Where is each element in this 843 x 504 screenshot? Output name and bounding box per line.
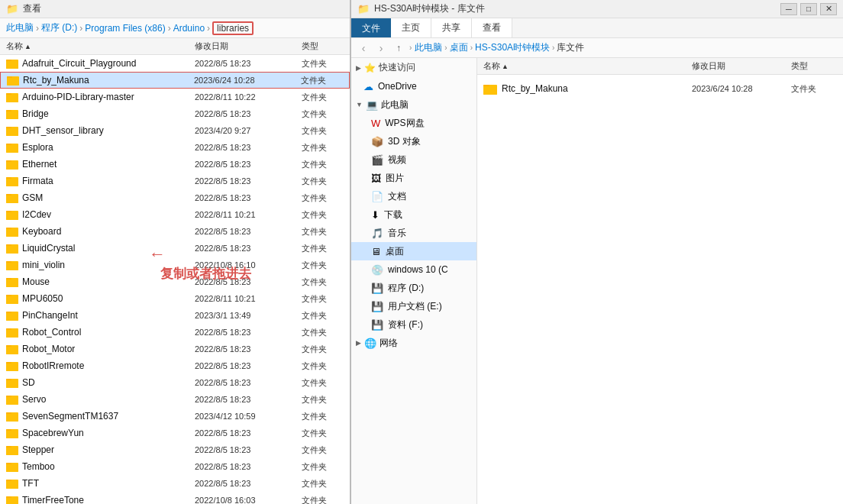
left-file-item-14[interactable]: MPU6050 2022/8/11 10:21 文件夹 bbox=[0, 290, 350, 307]
forward-button[interactable]: › bbox=[373, 40, 389, 56]
left-breadcrumb: 此电脑 › 程序 (D:) › Program Files (x86) › Ar… bbox=[0, 18, 350, 38]
left-col-type-header[interactable]: 类型 bbox=[302, 40, 344, 52]
nav-item-e[interactable]: 💾 用户文档 (E:) bbox=[351, 297, 476, 315]
left-file-date-12: 2022/10/8 16:10 bbox=[195, 260, 302, 270]
left-file-item-3[interactable]: Bridge 2022/8/5 18:23 文件夹 bbox=[0, 105, 350, 122]
left-file-item-15[interactable]: PinChangeInt 2023/3/1 13:49 文件夹 bbox=[0, 307, 350, 324]
left-file-item-7[interactable]: Firmata 2022/8/5 18:23 文件夹 bbox=[0, 173, 350, 189]
close-button[interactable]: ✕ bbox=[820, 3, 837, 15]
left-file-item-23[interactable]: Stepper 2022/8/5 18:23 文件夹 bbox=[0, 441, 350, 458]
r-breadcrumb-3[interactable]: 库文件 bbox=[557, 41, 584, 54]
nav-item-d[interactable]: 💾 程序 (D:) bbox=[351, 279, 476, 297]
nav-item-onedrive[interactable]: ☁ OneDrive bbox=[351, 77, 476, 95]
left-file-name-12: mini_violin bbox=[22, 260, 195, 270]
left-file-type-18: 文件夹 bbox=[302, 360, 344, 372]
nav-item-thispc[interactable]: ▼ 💻 此电脑 bbox=[351, 95, 476, 114]
left-file-item-9[interactable]: I2Cdev 2022/8/11 10:21 文件夹 bbox=[0, 206, 350, 223]
svg-rect-35 bbox=[6, 246, 18, 254]
left-file-item-1[interactable]: Rtc_by_Makuna 2023/6/24 10:28 文件夹 bbox=[0, 72, 350, 89]
left-file-date-15: 2023/3/1 13:49 bbox=[195, 311, 302, 320]
left-file-item-6[interactable]: Ethernet 2022/8/5 18:23 文件夹 bbox=[0, 156, 350, 173]
nav-item-f[interactable]: 💾 资料 (F:) bbox=[351, 315, 476, 334]
folder-icon-23 bbox=[6, 444, 18, 455]
left-file-type-25: 文件夹 bbox=[302, 478, 344, 489]
drive-d-label: 程序 (D:) bbox=[388, 282, 424, 295]
tab-view[interactable]: 查看 bbox=[472, 18, 512, 37]
left-file-type-1: 文件夹 bbox=[301, 75, 343, 86]
left-topbar-label[interactable]: 查看 bbox=[23, 2, 41, 15]
left-window: 📁 查看 此电脑 › 程序 (D:) › Program Files (x86)… bbox=[0, 0, 351, 504]
left-file-date-16: 2022/8/5 18:23 bbox=[195, 328, 302, 337]
svg-rect-32 bbox=[6, 229, 18, 237]
folder-icon-17 bbox=[6, 344, 18, 354]
folder-icon-5 bbox=[6, 142, 18, 153]
folder-icon-3 bbox=[6, 108, 18, 119]
svg-rect-65 bbox=[6, 414, 18, 422]
left-file-item-13[interactable]: Mouse 2022/8/5 18:23 文件夹 bbox=[0, 273, 350, 290]
left-file-item-8[interactable]: GSM 2022/8/5 18:23 文件夹 bbox=[0, 189, 350, 206]
left-file-item-2[interactable]: Arduino-PID-Library-master 2022/8/11 10:… bbox=[0, 89, 350, 105]
tab-home[interactable]: 主页 bbox=[391, 18, 431, 37]
nav-item-3d[interactable]: 📦 3D 对象 bbox=[351, 132, 476, 150]
left-file-item-5[interactable]: Esplora 2022/8/5 18:23 文件夹 bbox=[0, 139, 350, 156]
left-file-date-20: 2022/8/5 18:23 bbox=[195, 395, 302, 404]
r-col-type-header[interactable]: 类型 bbox=[791, 60, 837, 72]
back-button[interactable]: ‹ bbox=[356, 40, 371, 56]
left-file-type-16: 文件夹 bbox=[302, 327, 344, 338]
left-file-item-26[interactable]: TimerFreeTone 2022/10/8 16:03 文件夹 bbox=[0, 492, 350, 504]
breadcrumb-item-0[interactable]: 此电脑 bbox=[6, 21, 34, 34]
quickaccess-header[interactable]: ▶ ⭐ 快速访问 bbox=[351, 58, 476, 77]
left-nav-panel: ▶ ⭐ 快速访问 ☁ OneDrive ▼ 💻 此电脑 bbox=[351, 58, 477, 504]
left-file-item-4[interactable]: DHT_sensor_library 2023/4/20 9:27 文件夹 bbox=[0, 122, 350, 139]
left-file-item-17[interactable]: Robot_Motor 2022/8/5 18:23 文件夹 bbox=[0, 341, 350, 357]
nav-item-c[interactable]: 💿 windows 10 (C bbox=[351, 260, 476, 279]
nav-item-network[interactable]: ▶ 🌐 网络 bbox=[351, 334, 476, 352]
nav-item-pictures[interactable]: 🖼 图片 bbox=[351, 169, 476, 187]
nav-item-docs[interactable]: 📄 文档 bbox=[351, 187, 476, 205]
left-file-item-22[interactable]: SpacebrewYun 2022/8/5 18:23 文件夹 bbox=[0, 425, 350, 441]
left-file-date-24: 2022/8/5 18:23 bbox=[195, 462, 302, 471]
r-sep-3: › bbox=[552, 44, 554, 52]
r-breadcrumb-1[interactable]: 桌面 bbox=[450, 41, 468, 54]
left-file-item-10[interactable]: Keyboard 2022/8/5 18:23 文件夹 bbox=[0, 223, 350, 240]
nav-item-videos[interactable]: 🎬 视频 bbox=[351, 150, 476, 169]
left-file-item-11[interactable]: LiquidCrystal 2022/8/5 18:23 文件夹 bbox=[0, 240, 350, 257]
left-file-item-19[interactable]: SD 2022/8/5 18:23 文件夹 bbox=[0, 374, 350, 391]
maximize-button[interactable]: □ bbox=[800, 3, 817, 15]
r-file-item-0[interactable]: Rtc_by_Makuna 2023/6/24 10:28 文件夹 bbox=[477, 78, 843, 99]
nav-item-desktop[interactable]: 🖥 桌面 bbox=[351, 242, 476, 260]
breadcrumb-item-4[interactable]: libraries bbox=[212, 21, 254, 35]
thispc-label: 此电脑 bbox=[381, 99, 409, 111]
r-breadcrumb-2[interactable]: HS-S30A时钟模块 bbox=[475, 41, 550, 54]
nav-item-downloads[interactable]: ⬇ 下载 bbox=[351, 205, 476, 224]
left-file-name-22: SpacebrewYun bbox=[22, 428, 195, 438]
left-file-date-9: 2022/8/11 10:21 bbox=[195, 210, 302, 219]
folder-icon-6 bbox=[6, 159, 18, 170]
left-file-item-20[interactable]: Servo 2022/8/5 18:23 文件夹 bbox=[0, 391, 350, 408]
left-file-item-18[interactable]: RobotIRremote 2022/8/5 18:23 文件夹 bbox=[0, 357, 350, 374]
r-breadcrumb-0[interactable]: 此电脑 bbox=[415, 41, 442, 54]
nav-item-wps[interactable]: W WPS网盘 bbox=[351, 114, 476, 132]
left-col-date-header[interactable]: 修改日期 bbox=[195, 40, 302, 52]
left-file-item-16[interactable]: Robot_Control 2022/8/5 18:23 文件夹 bbox=[0, 324, 350, 341]
left-col-name-header[interactable]: 名称 ▲ bbox=[6, 40, 195, 52]
up-button[interactable]: ↑ bbox=[391, 40, 406, 56]
drive-c-label: windows 10 (C bbox=[388, 264, 448, 275]
r-col-date-header[interactable]: 修改日期 bbox=[692, 60, 791, 72]
left-file-item-24[interactable]: Temboo 2022/8/5 18:23 文件夹 bbox=[0, 458, 350, 475]
left-file-item-25[interactable]: TFT 2022/8/5 18:23 文件夹 bbox=[0, 475, 350, 492]
left-file-item-12[interactable]: mini_violin 2022/10/8 16:10 文件夹 bbox=[0, 257, 350, 273]
right-file-area: 名称 ▲ 修改日期 类型 bbox=[477, 58, 843, 504]
r-col-name-header[interactable]: 名称 ▲ bbox=[483, 60, 692, 72]
breadcrumb-item-3[interactable]: Arduino bbox=[173, 23, 205, 34]
right-file-list: Rtc_by_Makuna 2023/6/24 10:28 文件夹 bbox=[477, 75, 843, 504]
breadcrumb-item-1[interactable]: 程序 (D:) bbox=[41, 21, 77, 34]
tab-share[interactable]: 共享 bbox=[431, 18, 472, 37]
folder-icon-16 bbox=[6, 327, 18, 338]
left-file-item-21[interactable]: SevenSegmentTM1637 2023/4/12 10:59 文件夹 bbox=[0, 408, 350, 425]
breadcrumb-item-2[interactable]: Program Files (x86) bbox=[85, 23, 165, 34]
left-file-item-0[interactable]: Adafruit_Circuit_Playground 2022/8/5 18:… bbox=[0, 55, 350, 72]
nav-item-music[interactable]: 🎵 音乐 bbox=[351, 224, 476, 242]
minimize-button[interactable]: ─ bbox=[780, 3, 797, 15]
tab-file[interactable]: 文件 bbox=[351, 18, 391, 37]
